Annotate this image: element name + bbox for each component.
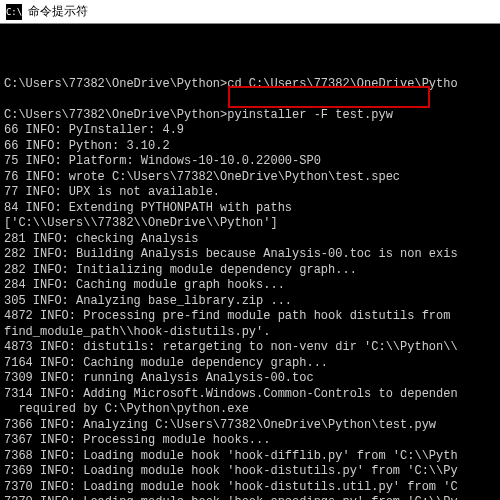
output-lines: C:\Users\77382\OneDrive\Python>cd C:\Use… bbox=[4, 61, 496, 500]
output-line: C:\Users\77382\OneDrive\Python>cd C:\Use… bbox=[4, 77, 496, 93]
output-line: 7369 INFO: Loading module hook 'hook-dis… bbox=[4, 464, 496, 480]
output-line: 7370 INFO: Loading module hook 'hook-enc… bbox=[4, 495, 496, 500]
cmd-icon: C:\ bbox=[6, 4, 22, 20]
output-line: 4873 INFO: distutils: retargeting to non… bbox=[4, 340, 496, 356]
output-line: 281 INFO: checking Analysis bbox=[4, 232, 496, 248]
output-line: 66 INFO: PyInstaller: 4.9 bbox=[4, 123, 496, 139]
output-line: 77 INFO: UPX is not available. bbox=[4, 185, 496, 201]
output-line: 7368 INFO: Loading module hook 'hook-dif… bbox=[4, 449, 496, 465]
titlebar[interactable]: C:\ 命令提示符 bbox=[0, 0, 500, 24]
output-line: 7309 INFO: running Analysis Analysis-00.… bbox=[4, 371, 496, 387]
output-line: 7366 INFO: Analyzing C:\Users\77382\OneD… bbox=[4, 418, 496, 434]
output-line: C:\Users\77382\OneDrive\Python>pyinstall… bbox=[4, 108, 496, 124]
output-line: 305 INFO: Analyzing base_library.zip ... bbox=[4, 294, 496, 310]
output-line: 284 INFO: Caching module graph hooks... bbox=[4, 278, 496, 294]
window-title: 命令提示符 bbox=[28, 3, 88, 20]
output-line: 66 INFO: Python: 3.10.2 bbox=[4, 139, 496, 155]
output-line: 282 INFO: Initializing module dependency… bbox=[4, 263, 496, 279]
terminal-output[interactable]: C:\Users\77382\OneDrive\Python>cd C:\Use… bbox=[0, 24, 500, 500]
output-line: ['C:\\Users\\77382\\OneDrive\\Python'] bbox=[4, 216, 496, 232]
output-line: 282 INFO: Building Analysis because Anal… bbox=[4, 247, 496, 263]
output-line: find_module_path\\hook-distutils.py'. bbox=[4, 325, 496, 341]
output-line: 4872 INFO: Processing pre-find module pa… bbox=[4, 309, 496, 325]
output-line: 84 INFO: Extending PYTHONPATH with paths bbox=[4, 201, 496, 217]
output-line: 7367 INFO: Processing module hooks... bbox=[4, 433, 496, 449]
output-line: 7314 INFO: Adding Microsoft.Windows.Comm… bbox=[4, 387, 496, 403]
output-line: required by C:\Python\python.exe bbox=[4, 402, 496, 418]
output-line bbox=[4, 92, 496, 108]
output-line: 75 INFO: Platform: Windows-10-10.0.22000… bbox=[4, 154, 496, 170]
output-line bbox=[4, 61, 496, 77]
output-line: 7164 INFO: Caching module dependency gra… bbox=[4, 356, 496, 372]
output-line: 76 INFO: wrote C:\Users\77382\OneDrive\P… bbox=[4, 170, 496, 186]
output-line: 7370 INFO: Loading module hook 'hook-dis… bbox=[4, 480, 496, 496]
